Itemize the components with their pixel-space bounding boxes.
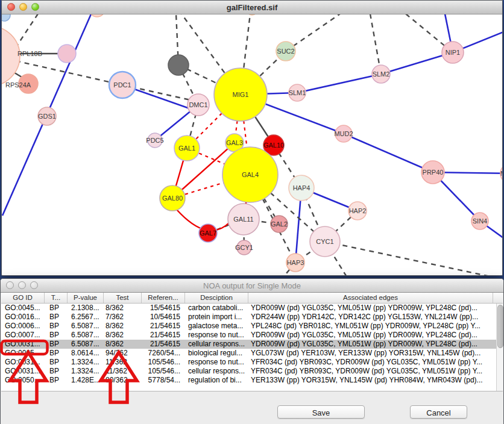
table-cell: regulation of bi...: [185, 376, 248, 385]
table-row[interactable]: GO:0031...BP1.3324...11/362105/546...cel…: [1, 367, 496, 376]
node-label-PRP40: PRP40: [423, 169, 444, 176]
table-cell: biological regul...: [185, 349, 248, 358]
table-cell: YPL248C (pd) YBR018C, YML051W (pp) YDR00…: [248, 322, 493, 331]
table-cell: BP: [45, 376, 68, 385]
table-row[interactable]: GO:0031...BP1.3324...11/362105/546...res…: [1, 358, 496, 367]
graph-window-title: galFiltered.sif: [227, 3, 278, 12]
node-label-GAL10: GAL10: [263, 142, 284, 149]
minimize-button[interactable]: [19, 3, 27, 11]
node-gray-node[interactable]: [168, 55, 189, 75]
table-cell: BP: [45, 322, 68, 331]
table-cell: protein import i...: [185, 313, 248, 322]
edge-blue: [297, 74, 381, 93]
node-label-HAP3: HAP3: [287, 259, 304, 266]
table-cell: YFR034C (pd) YBR093C, YDR009W (pd) YGL03…: [248, 367, 493, 376]
noa-window-titlebar[interactable]: NOA output for Single Mode: [1, 279, 503, 293]
column-header-referen[interactable]: Referen...: [142, 292, 185, 303]
network-canvas[interactable]: RPL18BRPS24AGDS1PDC1DMC1MIG1SUC2SLM1SLM2…: [2, 1, 503, 276]
table-cell: YER133W (pp) YOR315W, YNL145W (pd) YHR08…: [248, 376, 493, 385]
table-cell: 1.3324...: [68, 358, 104, 367]
table-cell: 1.428E...: [68, 376, 104, 385]
table-cell: 10/54615: [142, 313, 185, 322]
table-row[interactable]: GO:0045...BP2.1308...8/36215/54615carbon…: [1, 304, 496, 313]
table-cell: 11/362: [104, 367, 142, 376]
table-cell: 21/54615: [142, 331, 185, 340]
table-cell: 21/54615: [142, 340, 185, 349]
column-header-t[interactable]: T...: [45, 292, 68, 303]
table-cell: 7/362: [104, 313, 142, 322]
table-cell: cellular respons...: [185, 340, 248, 349]
minimize-button[interactable]: [18, 281, 26, 289]
column-header-test[interactable]: Test: [104, 292, 142, 303]
node-label-GCY1: GCY1: [235, 244, 253, 251]
column-header-associated-edges[interactable]: Associated edges: [248, 292, 493, 303]
table-cell: 21/54615: [142, 322, 185, 331]
table-cell: GO:0006...: [1, 322, 45, 331]
table-cell: 5778/54...: [142, 376, 185, 385]
node-label-GAL2: GAL2: [271, 220, 288, 228]
table-cell: 8/362: [104, 322, 142, 331]
table-cell: 105/546...: [142, 358, 185, 367]
node-label-GAL4: GAL4: [242, 171, 259, 178]
table-cell: YDR244W (pp) YDR142C, YDR142C (pp) YGL15…: [248, 313, 493, 322]
scrollbar-thumb[interactable]: [497, 305, 503, 348]
column-header-p-value[interactable]: P-value: [68, 292, 104, 303]
node-label-NIP1: NIP1: [446, 49, 460, 56]
table-cell: galactose meta...: [185, 322, 248, 331]
table-cell: GO:0050...: [1, 376, 45, 385]
table-cell: 6.5087...: [68, 331, 104, 340]
table-cell: BP: [45, 313, 68, 322]
zoom-button[interactable]: [30, 281, 38, 289]
table-cell: YDR009W (pd) YGL035C, YML051W (pp) YDR00…: [248, 340, 493, 349]
node-label-GAL1: GAL1: [178, 145, 195, 152]
table-cell: 80/362: [104, 376, 142, 385]
table-cell: 6.5087...: [68, 322, 104, 331]
node-label-CYC1: CYC1: [316, 238, 333, 245]
node-label-PDC5: PDC5: [146, 137, 163, 144]
node-label-RPS24A: RPS24A: [5, 81, 31, 89]
table-cell: 105/546...: [142, 367, 185, 376]
node-label-MSL1: MSL1: [500, 170, 503, 177]
node-label-MIG1: MIG1: [233, 91, 249, 98]
save-button[interactable]: Save: [277, 405, 365, 419]
table-cell: GO:0031...: [1, 358, 45, 367]
results-table: GO IDT...P-valueTestReferen...Desciption…: [1, 292, 503, 391]
table-scrollbar[interactable]: [496, 304, 503, 391]
table-cell: GO:0031...: [1, 367, 45, 376]
table-row[interactable]: GO:0016...BP6.2567...7/36210/54615protei…: [1, 313, 496, 322]
table-cell: 8/362: [104, 304, 142, 313]
table-row[interactable]: GO:0050...BP1.428E...80/3625778/54...reg…: [1, 376, 496, 385]
node-label-MUD2: MUD2: [334, 130, 353, 137]
noa-window-title: NOA output for Single Mode: [203, 281, 301, 290]
table-cell: 6.2567...: [68, 313, 104, 322]
table-cell: 1.3324...: [68, 367, 104, 376]
table-cell: GO:0016...: [1, 313, 45, 322]
node-label-GAL11: GAL11: [233, 216, 253, 223]
graph-window-titlebar[interactable]: galFiltered.sif: [2, 1, 502, 14]
table-cell: BP: [45, 304, 68, 313]
zoom-button[interactable]: [31, 3, 39, 11]
table-cell: YGL073W (pd) YER103W, YER133W (pp) YOR31…: [248, 349, 493, 358]
close-button[interactable]: [6, 281, 14, 289]
edge-dash: [16, 14, 38, 48]
node-label-GDS1: GDS1: [38, 113, 56, 120]
table-cell: response to nut...: [185, 358, 248, 367]
table-row[interactable]: GO:0006...BP6.5087...8/36221/54615galact…: [1, 322, 496, 331]
close-button[interactable]: [7, 3, 15, 11]
table-row[interactable]: GO:0007...BP6.5087...8/36221/54615respon…: [1, 331, 496, 340]
table-row[interactable]: GO:0031...BP6.5087...8/36221/54615cellul…: [1, 340, 496, 349]
noa-output-window: NOA output for Single Mode GO IDT...P-va…: [0, 278, 504, 424]
node-label-RPL18B: RPL18B: [17, 50, 42, 57]
table-cell: 8.0614...: [68, 349, 104, 358]
column-header-desciption[interactable]: Desciption: [185, 292, 248, 303]
node-label-HAP2: HAP2: [349, 207, 367, 214]
table-cell: YDR009W (pd) YGL035C, YML051W (pp) YDR00…: [248, 304, 493, 313]
table-cell: GO:0007...: [1, 331, 45, 340]
table-row[interactable]: GO:0065...BP8.0614...94/3627260/54...bio…: [1, 349, 496, 358]
table-cell: 2.1308...: [68, 304, 104, 313]
table-cell: 15/54615: [142, 304, 185, 313]
table-body: GO:0045...BP2.1308...8/36215/54615carbon…: [1, 304, 496, 391]
cancel-button[interactable]: Cancel: [410, 405, 467, 419]
column-header-go-id[interactable]: GO ID: [1, 292, 45, 303]
node-RPL18B[interactable]: [58, 45, 76, 63]
